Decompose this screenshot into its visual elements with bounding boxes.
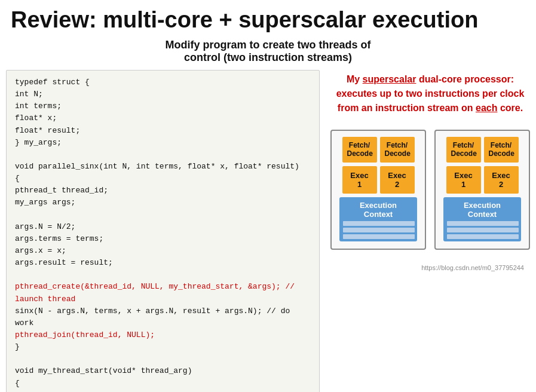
code-line: pthread_join(thread_id, NULL); (15, 329, 311, 341)
each-underline: each (476, 103, 497, 113)
exec-1-core1: Exec1 (342, 166, 377, 194)
description-text: My superscalar dual-core processor: exec… (330, 72, 530, 115)
right-panel: My superscalar dual-core processor: exec… (330, 70, 530, 392)
context-line-4 (447, 221, 519, 226)
context-line-6 (447, 234, 519, 239)
context-line-1 (343, 221, 415, 226)
execution-context-core2: ExecutionContext (443, 197, 521, 241)
code-line (15, 149, 311, 161)
page-title: Review: multi-core + superscalar executi… (0, 0, 536, 35)
fetch-decode-2-core2: Fetch/Decode (484, 137, 519, 163)
exec-2-core2: Exec2 (484, 166, 519, 194)
exec-2-core1: Exec2 (380, 166, 415, 194)
code-line (15, 209, 311, 221)
code-line: int terms; (15, 100, 311, 112)
code-line: { (15, 378, 311, 390)
execution-context-core1: ExecutionContext (339, 197, 417, 241)
code-line: sinx(N - args.N, terms, x + args.N, resu… (15, 305, 311, 329)
context-lines-core1 (343, 221, 414, 239)
code-line: my_args args; (15, 197, 311, 209)
code-line: my_args* thread_args = (my_args*)thread_… (15, 390, 311, 392)
code-line: pthread_t thread_id; (15, 185, 311, 197)
code-line: void my_thread_start(void* thread_arg) (15, 365, 311, 377)
code-line (15, 353, 311, 365)
code-line: pthread_create(&thread_id, NULL, my_thre… (15, 281, 311, 305)
exec-row-core1: Exec1 Exec2 (342, 166, 415, 194)
code-line: void parallel_sinx(int N, int terms, flo… (15, 161, 311, 173)
code-line (15, 269, 311, 281)
code-line: args.N = N/2; (15, 221, 311, 233)
fetch-decode-1-core2: Fetch/Decode (446, 137, 481, 163)
fetch-row-core2: Fetch/Decode Fetch/Decode (446, 137, 519, 163)
code-line: typedef struct { (15, 76, 311, 88)
superscalar-underline: superscalar (363, 74, 416, 84)
subtitle: Modify program to create two threads of … (0, 39, 536, 64)
code-line: } my_args; (15, 137, 311, 149)
code-line: float* result; (15, 125, 311, 137)
context-lines-core2 (447, 221, 517, 239)
code-line: args.terms = terms; (15, 233, 311, 245)
fetch-decode-1-core1: Fetch/Decode (342, 137, 377, 163)
context-line-2 (343, 228, 415, 232)
context-line-5 (447, 228, 519, 232)
code-line: int N; (15, 88, 311, 100)
code-line: { (15, 173, 311, 185)
code-line: args.result = result; (15, 257, 311, 269)
exec-row-core2: Exec1 Exec2 (446, 166, 519, 194)
code-panel: typedef struct { int N; int terms; float… (6, 70, 320, 392)
code-line: float* x; (15, 112, 311, 124)
fetch-decode-2-core1: Fetch/Decode (380, 137, 415, 163)
code-line: } (15, 341, 311, 353)
fetch-row-core1: Fetch/Decode Fetch/Decode (342, 137, 415, 163)
context-line-3 (343, 234, 415, 239)
exec-1-core2: Exec1 (446, 166, 481, 194)
watermark: https://blog.csdn.net/m0_37795244 (330, 264, 530, 271)
code-line: args.x = x; (15, 245, 311, 257)
processor-core2: Fetch/Decode Fetch/Decode Exec1 Exec2 Ex… (434, 130, 530, 250)
processors-row: Fetch/Decode Fetch/Decode Exec1 Exec2 Ex… (330, 130, 530, 250)
processor-core1: Fetch/Decode Fetch/Decode Exec1 Exec2 Ex… (330, 130, 426, 250)
